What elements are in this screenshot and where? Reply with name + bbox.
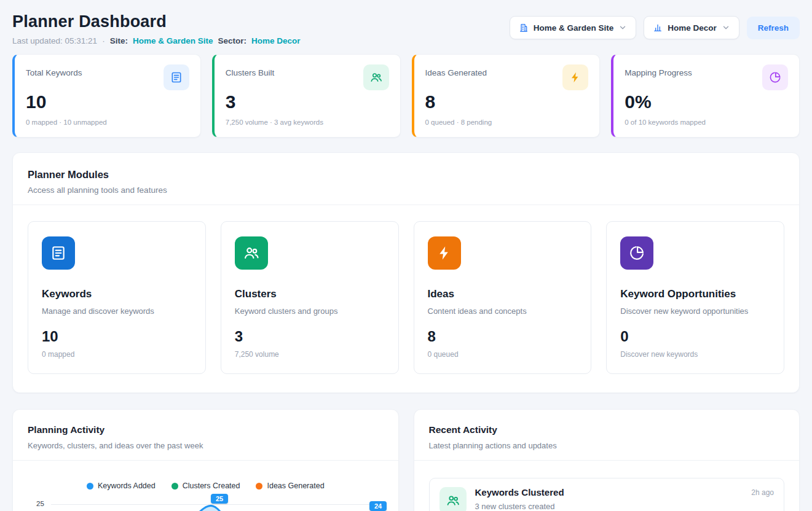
bolt-icon	[428, 236, 461, 270]
module-title: Keyword Opportunities	[620, 288, 770, 300]
module-title: Clusters	[235, 288, 385, 300]
stat-card-total-keywords: Total Keywords 10 0 mapped · 10 unmapped	[12, 54, 201, 138]
activity-body: Keywords Clustered 2h ago 3 new clusters…	[475, 487, 775, 511]
users-icon	[440, 487, 467, 511]
legend-item-keywords-added[interactable]: Keywords Added	[87, 482, 156, 490]
module-description: Discover new keyword opportunities	[620, 306, 770, 316]
module-subtext: Discover new keywords	[620, 350, 770, 359]
y-axis-tick: 25	[36, 500, 44, 507]
meta-separator: ·	[102, 36, 105, 45]
stat-subtext: 7,250 volume · 3 avg keywords	[226, 119, 389, 126]
stat-card-top: Clusters Built	[226, 64, 389, 90]
recent-activity-card: Recent Activity Latest planning actions …	[414, 409, 800, 511]
legend-item-clusters-created[interactable]: Clusters Created	[171, 482, 240, 490]
stat-card-mapping-progress: Mapping Progress 0% 0 of 10 keywords map…	[611, 54, 800, 138]
modules-grid: Keywords Manage and discover keywords 10…	[28, 221, 784, 374]
site-selector-value: Home & Garden Site	[534, 23, 614, 33]
activity-description: 3 new clusters created	[475, 502, 775, 511]
divider	[414, 460, 800, 461]
stat-subtext: 0 of 10 keywords mapped	[625, 119, 788, 126]
building-icon	[519, 23, 529, 33]
stat-value: 0%	[625, 92, 788, 112]
activity-row: Keywords Clustered 2h ago	[475, 487, 775, 497]
legend-label: Ideas Generated	[267, 482, 324, 490]
chevron-down-icon	[722, 23, 730, 32]
chevron-down-icon	[618, 23, 627, 32]
sector-label: Sector:	[218, 36, 246, 45]
stat-label: Clusters Built	[226, 64, 275, 77]
header-left: Planner Dashboard Last updated: 05:31:21…	[12, 12, 300, 45]
chart-legend: Keywords Added Clusters Created Ideas Ge…	[28, 482, 384, 490]
header-controls: Home & Garden Site Home Decor Refresh	[510, 12, 800, 39]
pie-icon	[762, 64, 788, 90]
module-subtext: 0 mapped	[42, 350, 192, 359]
stat-card-ideas-generated: Ideas Generated 8 0 queued · 8 pending	[412, 54, 601, 138]
legend-dot-icon	[87, 483, 93, 490]
module-title: Ideas	[428, 288, 578, 300]
page-title: Planner Dashboard	[12, 12, 300, 31]
module-card-ideas[interactable]: Ideas Content ideas and concepts 8 0 que…	[414, 221, 592, 374]
activity-item-keywords-clustered: Keywords Clustered 2h ago 3 new clusters…	[429, 478, 785, 511]
sector-selector-dropdown[interactable]: Home Decor	[644, 16, 739, 39]
module-subtext: 0 queued	[428, 350, 578, 359]
pie-icon	[620, 236, 653, 270]
module-title: Keywords	[42, 288, 192, 300]
bar-chart-icon	[653, 23, 663, 33]
module-description: Content ideas and concepts	[428, 306, 578, 316]
planning-activity-card: Planning Activity Keywords, clusters, an…	[12, 409, 399, 511]
site-selector-dropdown[interactable]: Home & Garden Site	[510, 16, 637, 39]
stat-label: Total Keywords	[26, 64, 82, 77]
stat-subtext: 0 mapped · 10 unmapped	[26, 119, 189, 126]
module-card-keywords[interactable]: Keywords Manage and discover keywords 10…	[28, 221, 206, 374]
panel-subtitle: Access all planning tools and features	[28, 185, 784, 195]
module-value: 0	[620, 328, 770, 345]
module-value: 10	[42, 328, 192, 345]
planner-modules-panel: Planner Modules Access all planning tool…	[12, 152, 800, 393]
point-label-badge: 25	[211, 494, 228, 504]
stat-card-top: Ideas Generated	[425, 64, 589, 90]
bottom-row: Planning Activity Keywords, clusters, an…	[12, 409, 800, 511]
planning-activity-subtitle: Keywords, clusters, and ideas over the p…	[28, 441, 384, 450]
divider	[13, 460, 398, 461]
module-card-clusters[interactable]: Clusters Keyword clusters and groups 3 7…	[221, 221, 399, 374]
recent-activity-subtitle: Latest planning actions and updates	[429, 441, 785, 450]
legend-item-ideas-generated[interactable]: Ideas Generated	[256, 482, 324, 490]
stat-subtext: 0 queued · 8 pending	[425, 119, 589, 126]
module-description: Keyword clusters and groups	[235, 306, 385, 316]
refresh-button[interactable]: Refresh	[747, 17, 800, 39]
module-subtext: 7,250 volume	[235, 350, 385, 359]
panel-title: Planner Modules	[28, 169, 784, 181]
site-link[interactable]: Home & Garden Site	[133, 36, 213, 45]
divider	[13, 205, 799, 205]
site-label: Site:	[110, 36, 128, 45]
stat-card-top: Mapping Progress	[625, 64, 788, 90]
bolt-icon	[562, 64, 588, 90]
module-value: 3	[235, 328, 385, 345]
last-updated: Last updated: 05:31:21	[12, 36, 97, 45]
module-card-keyword-opportunities[interactable]: Keyword Opportunities Discover new keywo…	[606, 221, 784, 374]
stat-cards-row: Total Keywords 10 0 mapped · 10 unmapped…	[12, 54, 800, 138]
stat-value: 3	[226, 92, 389, 112]
document-icon	[42, 236, 75, 270]
sector-link[interactable]: Home Decor	[251, 36, 301, 45]
activity-timestamp: 2h ago	[751, 487, 774, 497]
legend-label: Keywords Added	[98, 482, 156, 490]
stat-card-clusters-built: Clusters Built 3 7,250 volume · 3 avg ke…	[212, 54, 401, 138]
sector-selector-value: Home Decor	[668, 23, 717, 33]
stat-value: 10	[26, 92, 189, 112]
stat-value: 8	[425, 92, 589, 112]
planning-activity-title: Planning Activity	[28, 424, 384, 435]
users-icon	[235, 236, 268, 270]
stat-card-top: Total Keywords	[26, 64, 189, 90]
users-icon	[363, 64, 389, 90]
recent-activity-title: Recent Activity	[429, 424, 785, 435]
module-description: Manage and discover keywords	[42, 306, 192, 316]
legend-dot-icon	[256, 483, 262, 490]
planning-activity-chart: 25 25 24	[28, 497, 384, 511]
document-icon	[164, 64, 189, 90]
point-label-badge: 24	[369, 501, 387, 511]
planner-dashboard-page: Planner Dashboard Last updated: 05:31:21…	[0, 0, 812, 511]
activity-title: Keywords Clustered	[475, 487, 564, 497]
stat-label: Mapping Progress	[625, 64, 692, 77]
meta-line: Last updated: 05:31:21 · Site: Home & Ga…	[12, 36, 300, 45]
